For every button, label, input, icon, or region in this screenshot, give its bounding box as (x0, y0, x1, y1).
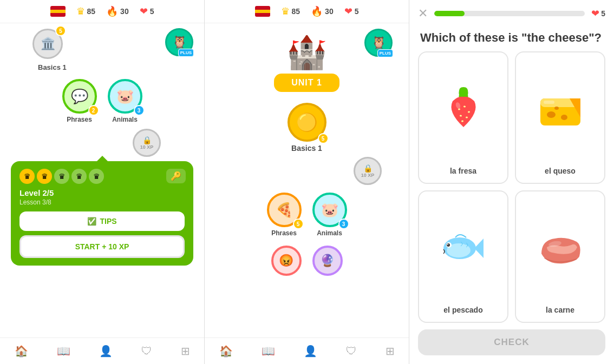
panel-2: ♛ 85 🔥 30 ❤ 5 🦉 PLUS 🏰 UNIT 1 (205, 0, 409, 364)
quiz-panel: ✕ ❤ 5 Which of these is "the cheese"? (409, 0, 614, 364)
crown-count-2: 85 (292, 7, 301, 16)
animals-lesson-2: 🐷 3 Animals (312, 193, 347, 237)
crown-3: ♛ (54, 169, 69, 184)
crown-stat-1: ♛ 85 (76, 5, 96, 17)
book-icon-2: 📖 (262, 345, 275, 358)
tips-label-1: TIPS (100, 217, 116, 226)
level-text-1: Level 2/5 (19, 188, 185, 197)
heart-stat-1: ❤ 5 (140, 5, 154, 17)
crown-count-1: 85 (87, 7, 96, 16)
crown-4: ♛ (71, 169, 87, 184)
animals-badge-2: 3 (338, 219, 349, 229)
svg-point-7 (466, 117, 468, 118)
more-lessons-2: 😡 🔮 (271, 246, 343, 276)
xp-label-1: 10 XP (140, 144, 154, 150)
cheese-img (516, 52, 604, 167)
unit-banner-arrow-2 (302, 88, 311, 96)
scroll-content-1: 🏛️ 5 Basics 1 🦉 PLUS 💬 2 Phrases (0, 23, 204, 337)
person-icon-2: 👤 (304, 345, 317, 358)
basics1-badge-1: 5 (55, 25, 66, 36)
phrases-icon-wrap-1: 💬 2 (62, 79, 97, 114)
close-button[interactable]: ✕ (418, 6, 428, 21)
animals-lesson-1: 🐷 3 Animals (108, 79, 142, 123)
answer-strawberry[interactable]: la fresa (418, 51, 508, 184)
heart-icon-1: ❤ (140, 5, 148, 17)
fire-icon-2: 🔥 (311, 5, 323, 17)
owl-plus-1[interactable]: 🦉 PLUS (165, 28, 193, 56)
fire-stat-1: 🔥 30 (106, 5, 129, 17)
xp-label-2: 10 XP (361, 173, 375, 178)
fish-img (419, 191, 507, 306)
owl-plus-2[interactable]: 🦉 PLUS (364, 29, 393, 57)
crown-1: ♛ (19, 169, 35, 184)
fire-count-1: 30 (120, 7, 129, 16)
bottom-nav-1: 🏠 📖 👤 🛡 ⊞ (0, 337, 204, 364)
animals-label-1: Animals (112, 116, 138, 123)
nav-home-1[interactable]: 🏠 (10, 342, 32, 360)
start-button-1[interactable]: START + 10 XP (19, 235, 185, 258)
quiz-question: Which of these is "the cheese"? (409, 25, 614, 51)
svg-point-13 (561, 115, 567, 120)
meat-img (516, 191, 604, 306)
plus-badge-1: PLUS (178, 49, 194, 57)
phrases-label-1: Phrases (67, 116, 92, 123)
svg-rect-15 (544, 101, 554, 104)
fire-count-2: 30 (325, 7, 334, 16)
basics1-lesson-2: 🟡 5 Basics 1 (288, 103, 326, 153)
crown-stat-2: ♛ 85 (281, 5, 301, 17)
nav-grid-1[interactable]: ⊞ (177, 342, 194, 360)
cheese-label: el queso (545, 167, 576, 175)
xp-lock-1[interactable]: 🔒 10 XP (133, 129, 161, 157)
top-bar-1: ♛ 85 🔥 30 ❤ 5 (0, 0, 204, 23)
quiz-heart-icon: ❤ (591, 8, 599, 19)
nav-book-2[interactable]: 📖 (257, 342, 279, 360)
heart-stat-2: ❤ 5 (344, 5, 359, 17)
heart-count-1: 5 (150, 7, 154, 16)
phrases-icon-wrap-2: 🍕 5 (267, 193, 302, 227)
nav-person-2[interactable]: 👤 (299, 342, 322, 360)
lesson-extra-2[interactable]: 🔮 (312, 246, 343, 276)
nav-grid-2[interactable]: ⊞ (381, 342, 399, 360)
meat-label: la carne (546, 306, 574, 314)
answer-meat[interactable]: la carne (515, 190, 605, 323)
fish-svg (439, 227, 488, 270)
progress-bar-wrap (434, 11, 585, 16)
crown-icon-1: ♛ (76, 5, 85, 17)
home-icon-1: 🏠 (15, 345, 28, 358)
nav-shield-1[interactable]: 🛡 (137, 343, 156, 360)
xp-lock-wrap-1: 🔒 10 XP (11, 129, 193, 157)
basics1-icon-wrap-2: 🟡 5 (288, 103, 326, 142)
nav-home-2[interactable]: 🏠 (215, 342, 237, 360)
crown-levels-1: ♛ ♛ ♛ ♛ ♛ (19, 169, 185, 184)
book-icon-1: 📖 (57, 345, 70, 358)
nav-book-1[interactable]: 📖 (53, 342, 75, 360)
answer-grid: la fresa el qu (409, 51, 614, 323)
heart-count-2: 5 (355, 7, 359, 16)
lessons-row-2: 🍕 5 Phrases 🐷 3 Animals (215, 193, 398, 237)
person-icon-1: 👤 (99, 345, 113, 358)
scroll-content-2: 🦉 PLUS 🏰 UNIT 1 🟡 5 Basics 1 (205, 23, 409, 337)
svg-point-12 (547, 111, 556, 118)
plus-badge-2: PLUS (377, 49, 393, 57)
unit-area-2: 🦉 PLUS 🏰 UNIT 1 (215, 29, 398, 100)
meat-svg (536, 227, 585, 270)
strawberry-img (419, 52, 507, 167)
heart-icon-2: ❤ (344, 5, 352, 17)
phrases-lesson-1: 💬 2 Phrases (62, 79, 97, 123)
lesson-extra-1[interactable]: 😡 (271, 246, 302, 276)
nav-shield-2[interactable]: 🛡 (342, 343, 361, 360)
answer-fish[interactable]: el pescado (418, 190, 508, 323)
check-button[interactable]: CHECK (418, 329, 605, 355)
xp-lock-2[interactable]: 🔒 10 XP (354, 157, 382, 185)
xp-lock-wrap-2: 🔒 10 XP (215, 157, 398, 185)
flag-icon-1 (50, 6, 66, 17)
tips-button-1[interactable]: ✅ TIPS (19, 211, 185, 231)
quiz-heart-count: 5 (601, 9, 605, 18)
check-area: CHECK (409, 323, 614, 364)
nav-person-1[interactable]: 👤 (95, 342, 117, 360)
shield-icon-2: 🛡 (346, 345, 357, 358)
answer-cheese[interactable]: el queso (515, 51, 605, 184)
animals-badge-1: 3 (134, 105, 145, 116)
grid-icon-2: ⊞ (386, 345, 395, 358)
svg-point-20 (447, 244, 448, 245)
